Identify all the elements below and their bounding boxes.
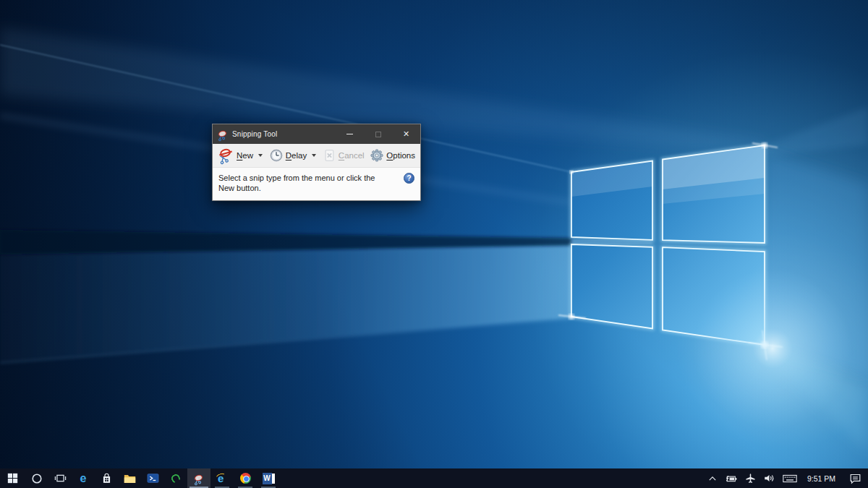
titlebar[interactable]: Snipping Tool ✕	[213, 124, 420, 144]
airplane-mode-button[interactable]	[741, 468, 760, 488]
desktop: Snipping Tool ✕	[0, 0, 868, 488]
taskbar-green-ring-app[interactable]	[164, 468, 187, 488]
help-icon[interactable]: ?	[404, 173, 414, 184]
action-center-button[interactable]	[842, 468, 868, 488]
window-title: Snipping Tool	[232, 130, 277, 138]
chevron-down-icon	[312, 154, 316, 157]
delay-label: Delay	[286, 151, 307, 160]
taskbar-snipping-tool-active[interactable]	[187, 468, 210, 488]
volume-icon	[763, 473, 775, 484]
new-dropdown-arrow[interactable]	[255, 151, 265, 160]
red-ellipse	[194, 474, 203, 481]
taskbar-microsoft-store[interactable]	[95, 468, 118, 488]
taskbar-word[interactable]: W	[257, 468, 280, 488]
taskbar: e	[0, 468, 868, 488]
delay-button[interactable]: Delay	[268, 147, 309, 163]
snipping-tool-window: Snipping Tool ✕	[212, 124, 421, 201]
task-view-button[interactable]	[48, 468, 72, 488]
close-icon: ✕	[403, 130, 409, 138]
show-hidden-icons-button[interactable]	[704, 468, 721, 488]
green-ring-icon	[170, 472, 182, 484]
taskbar-clock[interactable]: 9:51 PM	[801, 468, 842, 488]
new-button[interactable]: New	[217, 147, 255, 164]
new-label: New	[237, 151, 253, 160]
ie-orbit-ring	[214, 471, 228, 484]
chevron-down-icon	[258, 154, 263, 157]
keyboard-icon	[783, 474, 797, 484]
folder-icon	[124, 474, 136, 484]
minimize-icon	[346, 134, 353, 134]
internet-explorer-icon: e	[216, 472, 229, 485]
new-snip-icon	[219, 148, 234, 163]
desktop-wallpaper	[0, 0, 868, 468]
chrome-icon	[240, 473, 251, 484]
edge-icon: e	[80, 473, 87, 484]
toolbar: New Delay Cancel	[213, 144, 420, 168]
document-x-icon	[323, 149, 336, 162]
cortana-circle-icon	[31, 473, 43, 484]
gear-icon	[370, 149, 383, 162]
delay-dropdown-arrow[interactable]	[309, 151, 319, 160]
snipping-tool-icon	[218, 129, 228, 140]
snipping-tool-icon	[194, 474, 204, 484]
taskbar-powershell[interactable]	[141, 468, 164, 488]
clock-icon	[270, 149, 283, 162]
powershell-icon	[147, 473, 159, 484]
options-label: Options	[386, 151, 415, 160]
volume-button[interactable]	[760, 468, 779, 488]
cancel-label: Cancel	[339, 151, 365, 160]
airplane-icon	[745, 473, 756, 484]
options-button[interactable]: Options	[368, 147, 417, 163]
task-view-icon	[54, 473, 67, 484]
maximize-button-disabled	[364, 124, 392, 144]
minimize-button[interactable]	[336, 124, 364, 144]
system-tray: 9:51 PM	[704, 468, 868, 488]
taskbar-file-explorer[interactable]	[118, 468, 141, 488]
status-bar: Select a snip type from the menu or clic…	[213, 168, 420, 200]
taskbar-internet-explorer[interactable]: e	[210, 468, 234, 488]
cortana-search-button[interactable]	[25, 468, 48, 488]
cancel-button-disabled: Cancel	[320, 147, 367, 163]
store-bag-icon	[101, 473, 112, 484]
battery-status-button[interactable]	[721, 468, 741, 488]
action-center-icon	[849, 473, 861, 484]
caption-buttons: ✕	[336, 124, 420, 144]
taskbar-chrome[interactable]	[234, 468, 257, 488]
status-text: Select a snip type from the menu or clic…	[218, 173, 392, 194]
word-icon: W	[263, 473, 275, 484]
close-button[interactable]: ✕	[392, 124, 420, 144]
windows-logo-icon	[7, 473, 18, 484]
start-button[interactable]	[0, 468, 25, 488]
maximize-icon	[375, 132, 381, 137]
battery-charging-icon	[725, 474, 738, 484]
touch-keyboard-button[interactable]	[779, 468, 801, 488]
red-ellipse	[218, 129, 227, 137]
chevron-up-icon	[707, 474, 718, 483]
taskbar-edge[interactable]: e	[72, 468, 95, 488]
